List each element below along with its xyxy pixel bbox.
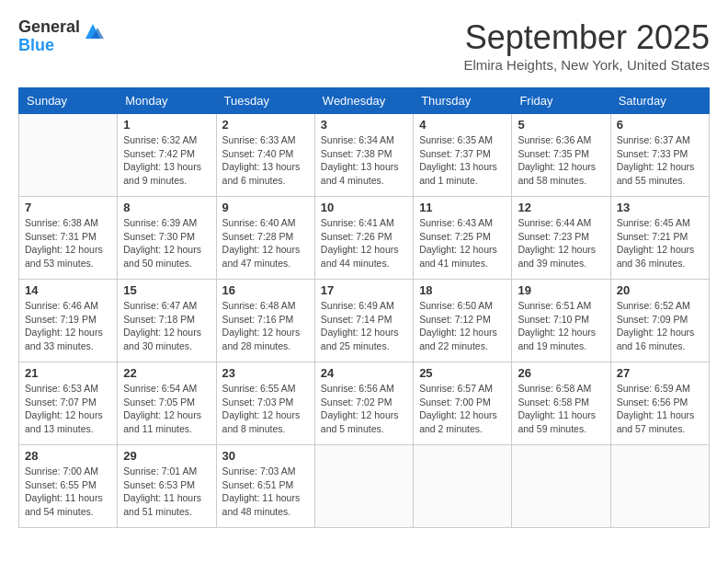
calendar-cell: 23Sunrise: 6:55 AMSunset: 7:03 PMDayligh… [216,362,314,445]
header-wednesday: Wednesday [314,88,413,114]
day-number: 19 [518,283,604,297]
header-saturday: Saturday [610,88,709,114]
day-info: Sunrise: 6:48 AMSunset: 7:16 PMDaylight:… [222,299,309,353]
day-info: Sunrise: 6:37 AMSunset: 7:33 PMDaylight:… [617,133,703,188]
day-info: Sunrise: 6:33 AMSunset: 7:40 PMDaylight:… [222,133,309,188]
week-row-3: 14Sunrise: 6:46 AMSunset: 7:19 PMDayligh… [19,280,710,362]
day-number: 28 [25,449,111,463]
calendar-cell: 29Sunrise: 7:01 AMSunset: 6:53 PMDayligh… [118,445,216,528]
calendar-cell [414,445,512,528]
calendar-cell: 2Sunrise: 6:33 AMSunset: 7:40 PMDaylight… [216,114,314,197]
day-number: 16 [222,283,309,297]
week-row-4: 21Sunrise: 6:53 AMSunset: 7:07 PMDayligh… [19,362,710,445]
day-info: Sunrise: 6:57 AMSunset: 7:00 PMDaylight:… [419,382,506,436]
day-info: Sunrise: 6:52 AMSunset: 7:09 PMDaylight:… [617,299,703,353]
calendar-cell: 19Sunrise: 6:51 AMSunset: 7:10 PMDayligh… [512,280,610,362]
calendar-cell: 5Sunrise: 6:36 AMSunset: 7:35 PMDaylight… [512,114,610,197]
calendar-cell: 9Sunrise: 6:40 AMSunset: 7:28 PMDaylight… [216,197,314,280]
day-number: 25 [419,366,506,380]
calendar-table: SundayMondayTuesdayWednesdayThursdayFrid… [18,87,710,528]
calendar-cell: 15Sunrise: 6:47 AMSunset: 7:18 PMDayligh… [118,280,216,362]
logo-text: General Blue [18,18,80,55]
calendar-cell: 27Sunrise: 6:59 AMSunset: 6:56 PMDayligh… [610,362,709,445]
day-info: Sunrise: 6:46 AMSunset: 7:19 PMDaylight:… [25,299,111,353]
calendar-cell: 17Sunrise: 6:49 AMSunset: 7:14 PMDayligh… [314,280,413,362]
logo: General Blue [18,18,104,55]
day-number: 29 [123,449,210,463]
day-number: 5 [518,118,604,132]
calendar-cell: 30Sunrise: 7:03 AMSunset: 6:51 PMDayligh… [216,445,314,528]
header-tuesday: Tuesday [216,88,314,114]
header-monday: Monday [118,88,216,114]
day-info: Sunrise: 6:36 AMSunset: 7:35 PMDaylight:… [518,133,604,188]
day-info: Sunrise: 6:55 AMSunset: 7:03 PMDaylight:… [222,382,309,436]
day-info: Sunrise: 6:34 AMSunset: 7:38 PMDaylight:… [321,133,407,188]
day-number: 15 [123,283,210,297]
calendar-cell: 16Sunrise: 6:48 AMSunset: 7:16 PMDayligh… [216,280,314,362]
day-info: Sunrise: 6:53 AMSunset: 7:07 PMDaylight:… [25,382,111,436]
calendar-cell: 24Sunrise: 6:56 AMSunset: 7:02 PMDayligh… [314,362,413,445]
day-number: 21 [25,366,111,380]
logo-blue: Blue [18,37,80,55]
month-title: September 2025 [463,18,710,57]
calendar-cell [610,445,709,528]
title-section: September 2025 Elmira Heights, New York,… [463,18,710,73]
day-number: 3 [321,118,407,132]
calendar-cell: 1Sunrise: 6:32 AMSunset: 7:42 PMDaylight… [118,114,216,197]
calendar-cell: 7Sunrise: 6:38 AMSunset: 7:31 PMDaylight… [19,197,118,280]
header-sunday: Sunday [19,88,118,114]
calendar-cell: 6Sunrise: 6:37 AMSunset: 7:33 PMDaylight… [610,114,709,197]
day-info: Sunrise: 6:39 AMSunset: 7:30 PMDaylight:… [123,216,210,270]
day-number: 14 [25,283,111,297]
calendar-header-row: SundayMondayTuesdayWednesdayThursdayFrid… [19,88,710,114]
calendar-cell: 25Sunrise: 6:57 AMSunset: 7:00 PMDayligh… [414,362,512,445]
day-number: 18 [419,283,506,297]
header-thursday: Thursday [414,88,512,114]
page-header: General Blue September 2025 Elmira Heigh… [18,18,710,73]
day-info: Sunrise: 6:40 AMSunset: 7:28 PMDaylight:… [222,216,309,270]
week-row-5: 28Sunrise: 7:00 AMSunset: 6:55 PMDayligh… [19,445,710,528]
day-info: Sunrise: 6:51 AMSunset: 7:10 PMDaylight:… [518,299,604,353]
day-number: 24 [321,366,407,380]
week-row-1: 1Sunrise: 6:32 AMSunset: 7:42 PMDaylight… [19,114,710,197]
logo-general: General [18,18,80,37]
day-number: 10 [321,201,407,214]
day-info: Sunrise: 6:32 AMSunset: 7:42 PMDaylight:… [123,133,210,188]
day-info: Sunrise: 6:59 AMSunset: 6:56 PMDaylight:… [617,382,703,436]
day-info: Sunrise: 6:54 AMSunset: 7:05 PMDaylight:… [123,382,210,436]
day-number: 20 [617,283,703,297]
day-info: Sunrise: 7:00 AMSunset: 6:55 PMDaylight:… [25,465,111,519]
calendar-cell: 4Sunrise: 6:35 AMSunset: 7:37 PMDaylight… [414,114,512,197]
day-info: Sunrise: 6:44 AMSunset: 7:23 PMDaylight:… [518,216,604,270]
day-number: 11 [419,201,506,214]
calendar-cell: 26Sunrise: 6:58 AMSunset: 6:58 PMDayligh… [512,362,610,445]
calendar-cell: 12Sunrise: 6:44 AMSunset: 7:23 PMDayligh… [512,197,610,280]
calendar-cell: 11Sunrise: 6:43 AMSunset: 7:25 PMDayligh… [414,197,512,280]
day-info: Sunrise: 6:38 AMSunset: 7:31 PMDaylight:… [25,216,111,270]
logo-icon [82,20,104,42]
calendar-cell [314,445,413,528]
calendar-cell: 20Sunrise: 6:52 AMSunset: 7:09 PMDayligh… [610,280,709,362]
calendar-cell: 22Sunrise: 6:54 AMSunset: 7:05 PMDayligh… [118,362,216,445]
day-info: Sunrise: 6:58 AMSunset: 6:58 PMDaylight:… [518,382,604,436]
day-info: Sunrise: 7:01 AMSunset: 6:53 PMDaylight:… [123,465,210,519]
week-row-2: 7Sunrise: 6:38 AMSunset: 7:31 PMDaylight… [19,197,710,280]
calendar-cell: 14Sunrise: 6:46 AMSunset: 7:19 PMDayligh… [19,280,118,362]
location: Elmira Heights, New York, United States [463,57,710,73]
day-number: 8 [123,201,210,214]
day-info: Sunrise: 6:35 AMSunset: 7:37 PMDaylight:… [419,133,506,188]
day-info: Sunrise: 6:56 AMSunset: 7:02 PMDaylight:… [321,382,407,436]
day-number: 1 [123,118,210,132]
calendar-cell: 10Sunrise: 6:41 AMSunset: 7:26 PMDayligh… [314,197,413,280]
calendar-cell: 3Sunrise: 6:34 AMSunset: 7:38 PMDaylight… [314,114,413,197]
day-info: Sunrise: 6:49 AMSunset: 7:14 PMDaylight:… [321,299,407,353]
calendar-cell: 13Sunrise: 6:45 AMSunset: 7:21 PMDayligh… [610,197,709,280]
calendar-cell [19,114,118,197]
calendar-cell [512,445,610,528]
day-info: Sunrise: 6:47 AMSunset: 7:18 PMDaylight:… [123,299,210,353]
calendar-cell: 18Sunrise: 6:50 AMSunset: 7:12 PMDayligh… [414,280,512,362]
day-number: 27 [617,366,703,380]
day-number: 26 [518,366,604,380]
day-number: 22 [123,366,210,380]
day-number: 6 [617,118,703,132]
